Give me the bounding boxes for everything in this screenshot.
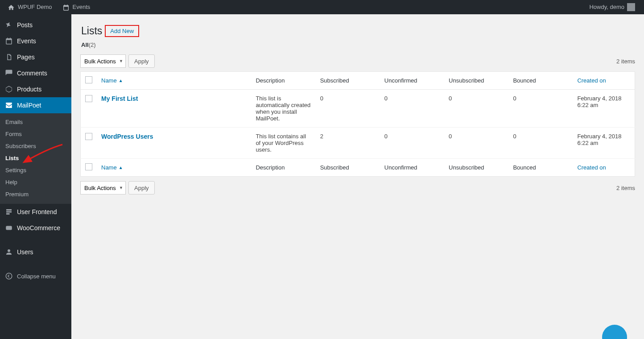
column-subscribed-bottom: Subscribed: [316, 159, 380, 177]
submenu-item-settings[interactable]: Settings: [0, 164, 71, 176]
column-unsubscribed: Unsubscribed: [444, 72, 508, 90]
submenu-item-subscribers[interactable]: Subscribers: [0, 140, 71, 152]
submenu-item-forms[interactable]: Forms: [0, 128, 71, 140]
sort-asc-icon: ▲: [119, 78, 123, 83]
collapse-menu[interactable]: Collapse menu: [0, 268, 71, 284]
row-checkbox[interactable]: [85, 95, 92, 102]
sidebar-item-label: User Frontend: [17, 208, 57, 216]
filter-all-link[interactable]: All: [81, 41, 89, 48]
sidebar-item-pages[interactable]: Pages: [0, 49, 71, 65]
filter-all-count: (2): [89, 41, 96, 48]
adminbar-events-label: Events: [73, 0, 91, 14]
column-bounced-bottom: Bounced: [508, 159, 573, 177]
column-createdon-sort-bottom[interactable]: Created on: [577, 164, 606, 171]
column-name-sort-bottom[interactable]: Name ▲: [101, 164, 123, 171]
sidebar-item-label: Products: [17, 85, 41, 93]
comments-icon: [4, 69, 13, 78]
sidebar-item-posts[interactable]: Posts: [0, 17, 71, 33]
calendar-icon: [4, 37, 13, 45]
column-bounced: Bounced: [508, 72, 573, 90]
table-row: My First List This list is automatically…: [81, 90, 635, 128]
mailpoet-submenu: Emails Forms Subscribers Lists Settings …: [0, 113, 71, 204]
collapse-icon: [4, 272, 13, 281]
submenu-item-emails[interactable]: Emails: [0, 116, 71, 128]
column-subscribed: Subscribed: [316, 72, 380, 90]
mailpoet-icon: [4, 101, 13, 110]
row-name-link[interactable]: My First List: [101, 95, 138, 102]
woocommerce-icon: [4, 223, 13, 232]
row-unsubscribed: 0: [444, 90, 508, 128]
adminbar-howdy: Howdy, demo: [589, 0, 624, 14]
sidebar-item-users[interactable]: Users: [0, 244, 71, 260]
sidebar-item-woocommerce[interactable]: WooCommerce: [0, 220, 71, 236]
sidebar-item-label: WooCommerce: [17, 224, 60, 232]
avatar: [627, 3, 635, 11]
adminbar-site-name: WPUF Demo: [18, 0, 52, 14]
column-name-sort[interactable]: Name ▲: [101, 77, 123, 84]
row-unconfirmed: 0: [380, 90, 444, 128]
row-description: This list is automatically created when …: [251, 90, 315, 128]
add-new-button[interactable]: Add New: [105, 25, 139, 37]
bulk-actions-select-bottom[interactable]: Bulk Actions: [80, 181, 126, 194]
svg-rect-0: [6, 226, 12, 230]
adminbar-events-link[interactable]: Events: [58, 0, 94, 14]
row-createdon: February 4, 2018 6:22 am: [573, 128, 635, 159]
row-checkbox[interactable]: [85, 133, 92, 140]
lists-table: Name ▲ Description Subscribed Unconfirme…: [80, 71, 635, 177]
column-createdon-sort[interactable]: Created on: [577, 77, 606, 84]
bulk-actions-select[interactable]: Bulk Actions: [80, 54, 126, 68]
apply-button[interactable]: Apply: [128, 54, 155, 68]
column-description: Description: [251, 72, 315, 90]
table-row: WordPress Users This list contains all o…: [81, 128, 635, 159]
pages-icon: [4, 53, 13, 62]
svg-point-1: [6, 273, 12, 279]
row-subscribed: 0: [316, 90, 380, 128]
column-unconfirmed: Unconfirmed: [380, 72, 444, 90]
items-count: 2 items: [616, 58, 635, 65]
select-all-checkbox-bottom[interactable]: [85, 163, 92, 170]
sidebar-item-label: Posts: [17, 21, 33, 29]
user-icon: [4, 248, 13, 256]
submenu-item-premium[interactable]: Premium: [0, 188, 71, 200]
column-unconfirmed-bottom: Unconfirmed: [380, 159, 444, 177]
filter-links: All(2): [80, 39, 635, 53]
sidebar-item-userfrontend[interactable]: User Frontend: [0, 204, 71, 220]
sort-asc-icon: ▲: [119, 165, 123, 170]
help-beacon-icon[interactable]: [602, 325, 627, 339]
row-subscribed: 2: [316, 128, 380, 159]
sidebar-item-events[interactable]: Events: [0, 33, 71, 49]
collapse-label: Collapse menu: [17, 273, 56, 280]
row-name-link[interactable]: WordPress Users: [101, 133, 153, 140]
sidebar-item-label: Events: [17, 37, 36, 45]
home-icon: [7, 0, 15, 14]
calendar-icon: [62, 0, 70, 14]
row-createdon: February 4, 2018 6:22 am: [573, 90, 635, 128]
sidebar-item-mailpoet[interactable]: MailPoet: [0, 97, 71, 113]
main-content: Lists Add New All(2) Bulk Actions Apply …: [71, 14, 644, 339]
sidebar-item-label: Comments: [17, 69, 47, 77]
apply-button-bottom[interactable]: Apply: [128, 181, 155, 194]
admin-sidebar: Posts Events Pages Comments Products: [0, 14, 71, 339]
select-all-checkbox[interactable]: [85, 76, 92, 83]
submenu-item-lists[interactable]: Lists: [0, 152, 71, 164]
submenu-item-help[interactable]: Help: [0, 176, 71, 188]
column-description-bottom: Description: [251, 159, 315, 177]
sidebar-item-label: Pages: [17, 53, 35, 61]
adminbar-site-link[interactable]: WPUF Demo: [4, 0, 56, 14]
sidebar-item-label: MailPoet: [17, 101, 41, 109]
sidebar-item-label: Users: [17, 248, 33, 256]
page-title: Lists: [81, 25, 102, 37]
row-unsubscribed: 0: [444, 128, 508, 159]
row-description: This list contains all of your WordPress…: [251, 128, 315, 159]
items-count-bottom: 2 items: [616, 185, 635, 191]
sidebar-item-comments[interactable]: Comments: [0, 65, 71, 81]
row-bounced: 0: [508, 128, 573, 159]
row-unconfirmed: 0: [380, 128, 444, 159]
row-bounced: 0: [508, 90, 573, 128]
sidebar-item-products[interactable]: Products: [0, 81, 71, 97]
column-unsubscribed-bottom: Unsubscribed: [444, 159, 508, 177]
adminbar-user-menu[interactable]: Howdy, demo: [586, 0, 639, 14]
admin-bar: WPUF Demo Events Howdy, demo: [0, 0, 644, 14]
pin-icon: [4, 21, 13, 29]
box-icon: [4, 85, 13, 94]
